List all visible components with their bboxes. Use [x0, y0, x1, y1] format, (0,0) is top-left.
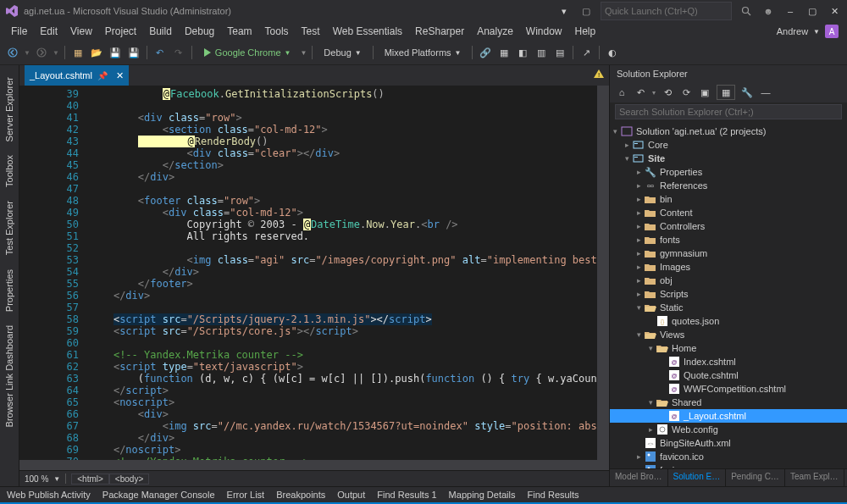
panel-tab-error-list[interactable]: Error List: [227, 490, 265, 500]
back-history-icon[interactable]: ↶: [634, 86, 647, 99]
close-window-icon[interactable]: ✕: [828, 5, 840, 17]
breadcrumb-item[interactable]: <body>: [109, 474, 149, 485]
tree-item[interactable]: ▾Shared: [610, 396, 847, 409]
side-tab-test-explorer[interactable]: Test Explorer: [3, 194, 16, 262]
horizontal-scrollbar[interactable]: [19, 460, 609, 470]
solex-tab[interactable]: Model Bro…: [610, 469, 668, 486]
side-tab-properties[interactable]: Properties: [3, 263, 16, 318]
toolbar-icon-3[interactable]: ▥: [534, 45, 549, 60]
panel-tab-web-publish-activity[interactable]: Web Publish Activity: [7, 490, 91, 500]
panel-tab-find-results-1[interactable]: Find Results 1: [377, 490, 436, 500]
tree-item[interactable]: ▸▫▫References: [610, 179, 847, 192]
tree-item[interactable]: @Quote.cshtml: [610, 368, 847, 382]
side-tab-server-explorer[interactable]: Server Explorer: [3, 70, 16, 148]
solex-tab[interactable]: Pending C…: [726, 469, 785, 486]
config-dropdown[interactable]: Debug▼: [318, 45, 367, 60]
notification-icon[interactable]: ▾: [558, 5, 570, 17]
tree-item[interactable]: ▸Core: [610, 138, 847, 152]
zoom-level[interactable]: 100 %: [25, 474, 48, 484]
save-all-icon[interactable]: 💾: [126, 45, 141, 60]
panel-tab-mapping-details[interactable]: Mapping Details: [449, 490, 516, 500]
tree-item[interactable]: ▸bin: [610, 192, 847, 206]
tree-item[interactable]: ▾Home: [610, 341, 847, 355]
nav-back-icon[interactable]: [5, 45, 20, 60]
toolbar-icon-2[interactable]: ◧: [515, 45, 530, 60]
collapse-all-icon[interactable]: ▣: [698, 86, 711, 99]
menu-tools[interactable]: Tools: [259, 24, 295, 39]
tree-item[interactable]: ▸Images: [610, 260, 847, 274]
tree-item[interactable]: ▸obj: [610, 274, 847, 287]
user-avatar[interactable]: A: [825, 25, 839, 38]
start-debug-button[interactable]: Google Chrome▼: [197, 45, 297, 60]
close-tab-icon[interactable]: ✕: [116, 70, 124, 81]
open-file-icon[interactable]: 📂: [89, 45, 104, 60]
show-all-icon[interactable]: ▦: [717, 85, 735, 100]
solution-search-input[interactable]: [615, 104, 842, 119]
menu-view[interactable]: View: [64, 24, 98, 39]
tree-item[interactable]: ▾Site: [610, 152, 847, 165]
tree-item[interactable]: ▸Scripts: [610, 287, 847, 301]
solex-tab[interactable]: Class View: [844, 469, 847, 486]
tree-item[interactable]: ▸Content: [610, 206, 847, 219]
tree-item[interactable]: ▸fonts: [610, 233, 847, 246]
side-tab-toolbox[interactable]: Toolbox: [3, 148, 16, 194]
tree-item[interactable]: ▸Web.config: [610, 423, 847, 436]
menu-resharper[interactable]: ReSharper: [409, 24, 470, 39]
minimize-icon[interactable]: –: [784, 5, 796, 17]
redo-icon[interactable]: ↷: [171, 45, 186, 60]
new-project-icon[interactable]: ▦: [70, 45, 86, 60]
vertical-scrollbar[interactable]: [597, 86, 609, 460]
feedback-icon[interactable]: ☻: [762, 5, 774, 17]
tree-item[interactable]: @_Layout.cshtml: [610, 409, 847, 423]
restore-layout-icon[interactable]: ▢: [580, 5, 592, 17]
code-area[interactable]: 3940414243444546474849505152535455565758…: [19, 86, 609, 460]
home-icon[interactable]: ⌂: [615, 86, 628, 99]
quick-launch-input[interactable]: [601, 2, 732, 20]
tree-root[interactable]: ▾Solution 'agi.net.ua' (2 projects): [610, 125, 847, 138]
maximize-icon[interactable]: ▢: [806, 5, 818, 17]
menu-debug[interactable]: Debug: [179, 24, 220, 39]
solex-tab[interactable]: Solution E…: [668, 469, 727, 486]
menu-test[interactable]: Test: [296, 24, 326, 39]
browserlink-icon[interactable]: 🔗: [478, 45, 493, 60]
toolbar-icon-5[interactable]: ↗: [579, 45, 594, 60]
properties-icon[interactable]: 🔧: [740, 86, 754, 99]
toolbar-icon-1[interactable]: ▦: [496, 45, 512, 60]
pin-icon[interactable]: 📌: [97, 71, 108, 80]
menu-build[interactable]: Build: [143, 24, 178, 39]
menu-window[interactable]: Window: [520, 24, 568, 39]
refresh-icon[interactable]: ⟳: [679, 86, 693, 99]
solex-tab[interactable]: Team Expl…: [785, 469, 844, 486]
menu-help[interactable]: Help: [569, 24, 602, 39]
solution-tree[interactable]: ▾Solution 'agi.net.ua' (2 projects)▸Core…: [610, 123, 847, 468]
undo-icon[interactable]: ↶: [152, 45, 168, 60]
menu-file[interactable]: File: [5, 24, 33, 39]
tree-item[interactable]: ▸🔧Properties: [610, 165, 847, 179]
tree-item[interactable]: ▾Static: [610, 301, 847, 314]
menu-edit[interactable]: Edit: [34, 24, 64, 39]
breadcrumb[interactable]: <html><body>: [71, 474, 149, 485]
tree-item[interactable]: <>BingSiteAuth.xml: [610, 436, 847, 450]
side-tab-browser-link-dashboard[interactable]: Browser Link Dashboard: [3, 318, 16, 434]
tree-item[interactable]: ▸favicon.ico: [610, 450, 847, 463]
search-icon[interactable]: [740, 5, 752, 17]
menu-analyze[interactable]: Analyze: [471, 24, 519, 39]
panel-tab-find-results[interactable]: Find Results: [527, 490, 579, 500]
user-name[interactable]: Andrew: [777, 26, 808, 36]
toolbar-icon-6[interactable]: ◐: [605, 45, 620, 60]
menu-web-essentials[interactable]: Web Essentials: [327, 24, 408, 39]
save-icon[interactable]: 💾: [108, 45, 123, 60]
panel-tab-output[interactable]: Output: [337, 490, 365, 500]
sync-icon[interactable]: ⟲: [661, 86, 674, 99]
tree-item[interactable]: ▾Views: [610, 328, 847, 341]
platform-dropdown[interactable]: Mixed Platforms▼: [379, 45, 468, 60]
tree-item[interactable]: {}quotes.json: [610, 314, 847, 328]
tree-item[interactable]: ▸gymnasium: [610, 246, 847, 260]
file-tab[interactable]: _Layout.cshtml 📌 ✕: [25, 65, 129, 86]
menu-project[interactable]: Project: [99, 24, 142, 39]
tree-item[interactable]: ▸Controllers: [610, 219, 847, 233]
breadcrumb-item[interactable]: <html>: [71, 474, 109, 485]
tree-item[interactable]: @WWFCompetition.cshtml: [610, 382, 847, 396]
panel-tab-package-manager-console[interactable]: Package Manager Console: [102, 490, 215, 500]
nav-forward-icon[interactable]: [34, 45, 49, 60]
